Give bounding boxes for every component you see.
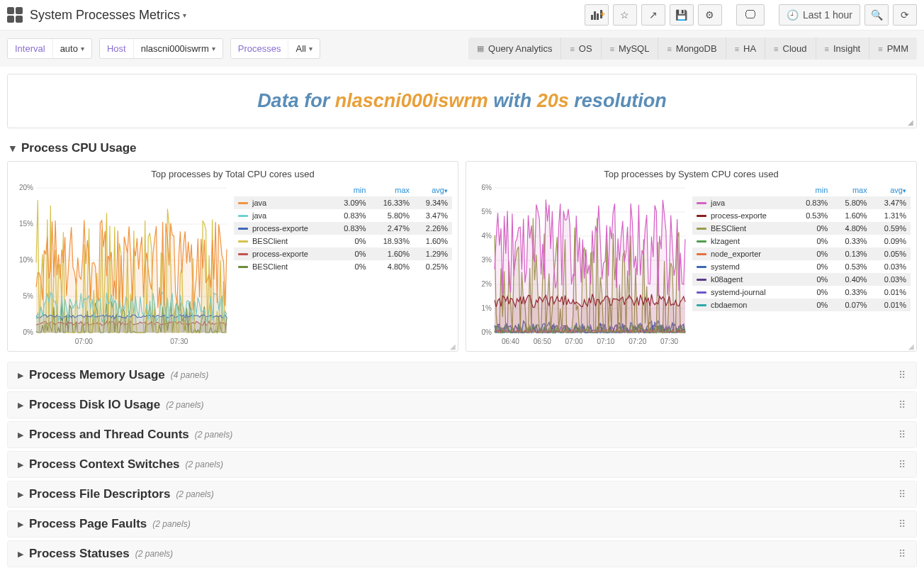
drag-handle-icon[interactable]: ⠿ bbox=[898, 369, 906, 381]
chevron-icon: ▶ bbox=[9, 145, 18, 151]
banner-prefix: Data for bbox=[257, 90, 335, 111]
row-header[interactable]: ▶Process Page Faults(2 panels)⠿ bbox=[8, 511, 916, 537]
resize-handle-icon[interactable]: ◢ bbox=[908, 343, 914, 350]
row-header-cpu-usage[interactable]: ▶ Process CPU Usage bbox=[0, 135, 924, 161]
gear-icon: ⚙ bbox=[705, 9, 714, 21]
drag-handle-icon[interactable]: ⠿ bbox=[898, 518, 906, 530]
row-header[interactable]: ▶Process Disk IO Usage(2 panels)⠿ bbox=[8, 392, 916, 418]
row-header[interactable]: ▶Process and Thread Counts(2 panels)⠿ bbox=[8, 422, 916, 447]
resize-handle-icon[interactable]: ◢ bbox=[908, 118, 913, 126]
legend-row[interactable]: klzagent0%0.33%0.09% bbox=[692, 235, 911, 247]
legend-row[interactable]: systemd0%0.53%0.03% bbox=[692, 260, 911, 273]
legend-row[interactable]: java0.83%5.80%3.47% bbox=[234, 209, 452, 222]
svg-text:6%: 6% bbox=[482, 184, 492, 191]
legend-row[interactable]: BESClient0%4.80%0.25% bbox=[234, 260, 452, 273]
legend-row[interactable]: java3.09%16.33%9.34% bbox=[234, 196, 452, 209]
col-min[interactable]: min bbox=[793, 184, 832, 196]
series-max: 0.13% bbox=[832, 247, 871, 260]
resize-handle-icon[interactable]: ◢ bbox=[450, 343, 456, 350]
row-title: Process Disk IO Usage bbox=[29, 398, 160, 412]
svg-text:3%: 3% bbox=[482, 256, 492, 264]
refresh-button[interactable]: ⟳ bbox=[893, 4, 917, 26]
legend-row[interactable]: k08agent0%0.40%0.03% bbox=[692, 273, 911, 286]
col-avg[interactable]: avg▾ bbox=[872, 184, 911, 196]
time-range-button[interactable]: 🕘 Last 1 hour bbox=[779, 4, 860, 26]
legend-row[interactable]: java0.83%5.80%3.47% bbox=[692, 196, 911, 209]
col-max[interactable]: max bbox=[370, 184, 414, 196]
nav-query-analytics[interactable]: ▦Query Analytics bbox=[468, 38, 560, 60]
host-filter[interactable]: Host nlascni000iswrm▾ bbox=[99, 38, 223, 59]
settings-button[interactable]: ⚙ bbox=[698, 4, 722, 26]
save-button[interactable]: 💾 bbox=[670, 4, 694, 26]
legend-row[interactable]: process-exporte0.83%2.47%2.26% bbox=[234, 222, 452, 235]
legend-row[interactable]: process-exporte0.53%1.60%1.31% bbox=[692, 209, 911, 222]
banner-host: nlascni000iswrm bbox=[335, 90, 488, 111]
series-name: klzagent bbox=[711, 237, 740, 245]
col-max[interactable]: max bbox=[832, 184, 871, 196]
nav-cloud[interactable]: ≡Cloud bbox=[765, 38, 815, 60]
row-panel-count: (2 panels) bbox=[166, 400, 203, 410]
series-min: 0% bbox=[793, 247, 832, 260]
zoom-out-button[interactable]: 🔍 bbox=[864, 4, 889, 26]
svg-text:1%: 1% bbox=[482, 304, 492, 312]
series-name: node_exporter bbox=[711, 250, 761, 258]
nav-label: HA bbox=[743, 43, 756, 54]
interval-filter[interactable]: Interval auto▾ bbox=[7, 38, 92, 59]
col-avg[interactable]: avg▾ bbox=[414, 184, 452, 196]
sort-desc-icon: ▾ bbox=[903, 187, 906, 194]
series-name: process-exporte bbox=[711, 211, 767, 220]
tv-mode-button[interactable]: 🖵 bbox=[736, 4, 765, 26]
zoom-out-icon: 🔍 bbox=[871, 9, 883, 21]
row-header[interactable]: ▶Process Context Switches(2 panels)⠿ bbox=[8, 452, 916, 477]
add-panel-button[interactable]: + bbox=[585, 4, 609, 26]
row-title: Process Context Switches bbox=[29, 457, 180, 472]
chart-total-cpu[interactable]: 0%5%10%15%20%07:0007:30 bbox=[13, 184, 230, 347]
legend-row[interactable]: node_exporter0%0.13%0.05% bbox=[692, 247, 911, 260]
banner-text: Data for nlascni000iswrm with 20s resolu… bbox=[15, 90, 909, 112]
series-avg: 0.09% bbox=[872, 235, 911, 247]
series-min: 0% bbox=[793, 299, 832, 311]
chevron-icon: ▶ bbox=[18, 550, 23, 559]
nav-ha[interactable]: ≡HA bbox=[726, 38, 765, 60]
chart-system-cpu[interactable]: 0%1%2%3%4%5%6%06:4006:5007:0007:1007:200… bbox=[472, 184, 688, 347]
menu-icon: ≡ bbox=[825, 45, 829, 53]
legend-row[interactable]: process-exporte0%1.60%1.29% bbox=[234, 247, 452, 260]
series-min: 0% bbox=[793, 273, 832, 286]
series-avg: 0.59% bbox=[872, 222, 911, 235]
row-header[interactable]: ▶Process File Descriptors(2 panels)⠿ bbox=[8, 481, 916, 507]
star-button[interactable]: ☆ bbox=[613, 4, 637, 26]
share-button[interactable]: ↗ bbox=[641, 4, 665, 26]
series-max: 2.47% bbox=[370, 222, 414, 235]
clock-icon: 🕘 bbox=[787, 9, 799, 21]
svg-text:07:00: 07:00 bbox=[565, 338, 583, 345]
sort-desc-icon: ▾ bbox=[444, 187, 448, 194]
series-name: process-exporte bbox=[252, 250, 308, 258]
caret-down-icon: ▾ bbox=[212, 45, 215, 52]
drag-handle-icon[interactable]: ⠿ bbox=[898, 429, 906, 440]
nav-mysql[interactable]: ≡MySQL bbox=[601, 38, 658, 60]
chevron-icon: ▶ bbox=[18, 520, 23, 529]
drag-handle-icon[interactable]: ⠿ bbox=[898, 548, 906, 559]
nav-os[interactable]: ≡OS bbox=[560, 38, 600, 60]
nav-insight[interactable]: ≡Insight bbox=[816, 38, 869, 60]
dashboard-title-dropdown[interactable]: System Processes Metrics ▾ bbox=[30, 8, 186, 23]
drag-handle-icon[interactable]: ⠿ bbox=[898, 399, 906, 411]
legend-row[interactable]: systemd-journal0%0.33%0.01% bbox=[692, 286, 911, 299]
nav-label: Insight bbox=[833, 43, 860, 54]
drag-handle-icon[interactable]: ⠿ bbox=[898, 489, 906, 500]
drag-handle-icon[interactable]: ⠿ bbox=[898, 459, 906, 470]
row-header[interactable]: ▶Process Memory Usage(4 panels)⠿ bbox=[8, 362, 916, 388]
nav-pmm[interactable]: ≡PMM bbox=[869, 38, 917, 60]
processes-filter[interactable]: Processes All▾ bbox=[230, 38, 320, 59]
legend-row[interactable]: cbdaemon0%0.07%0.01% bbox=[692, 299, 911, 311]
legend-row[interactable]: BESClient0%4.80%0.59% bbox=[692, 222, 911, 235]
row-header[interactable]: ▶Process Statuses(2 panels)⠿ bbox=[8, 541, 916, 567]
legend-total-cpu: min max avg▾ java3.09%16.33%9.34%java0.8… bbox=[234, 184, 452, 347]
series-avg: 2.26% bbox=[414, 222, 452, 235]
col-min[interactable]: min bbox=[332, 184, 370, 196]
series-swatch bbox=[697, 253, 706, 255]
legend-row[interactable]: BESClient0%18.93%1.60% bbox=[234, 235, 452, 247]
nav-mongodb[interactable]: ≡MongoDB bbox=[658, 38, 725, 60]
row-title: Process Memory Usage bbox=[29, 368, 165, 382]
chevron-icon: ▶ bbox=[18, 430, 23, 440]
